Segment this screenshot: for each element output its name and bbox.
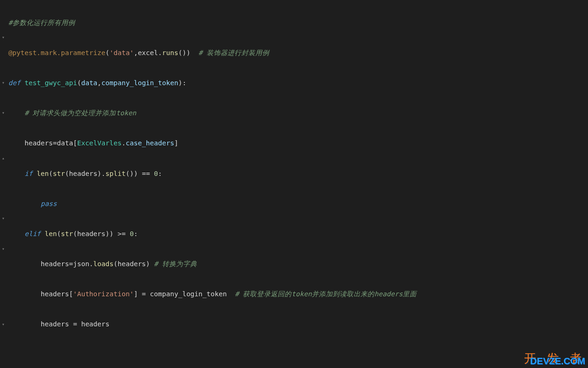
- code-line: headers=json.loads(headers) # 转换为字典: [8, 256, 588, 272]
- fold-icon[interactable]: ▴: [1, 156, 6, 161]
- code-line: headers = headers: [8, 317, 588, 332]
- code-editor[interactable]: ▾ ▾ ▾ ▴ ▾ ▾ ▾ #参数化运行所有用例 @pytest.mark.pa…: [0, 0, 588, 368]
- fold-icon[interactable]: ▾: [1, 35, 6, 40]
- gutter: ▾ ▾ ▾ ▴ ▾ ▾ ▾: [0, 0, 6, 368]
- fold-icon[interactable]: ▾: [1, 322, 6, 327]
- fold-icon[interactable]: ▾: [1, 247, 6, 251]
- fold-icon[interactable]: ▾: [1, 81, 6, 85]
- code-line: elif len(str(headers)) >= 0:: [8, 226, 588, 242]
- code-line: #参数化运行所有用例: [8, 15, 588, 31]
- code-line: headers=data[ExcelVarles.case_headers]: [8, 136, 588, 151]
- code-line: headers['Authorization'] = company_login…: [8, 287, 588, 302]
- code-line: pass: [8, 196, 588, 212]
- code-line: @pytest.mark.parametrize('data',excel.ru…: [8, 45, 588, 61]
- code-area[interactable]: #参数化运行所有用例 @pytest.mark.parametrize('dat…: [6, 0, 588, 368]
- fold-icon[interactable]: ▾: [1, 111, 6, 115]
- code-line: if len(str(headers).split()) == 0:: [8, 166, 588, 181]
- fold-icon[interactable]: ▾: [1, 216, 6, 221]
- code-line: # 对请求头做为空处理并添加token: [8, 106, 588, 121]
- code-line: [8, 347, 588, 362]
- code-line: def test_gwyc_api(data,company_login_tok…: [8, 75, 588, 91]
- watermark-text-bottom: DEVZE.COM: [530, 354, 585, 368]
